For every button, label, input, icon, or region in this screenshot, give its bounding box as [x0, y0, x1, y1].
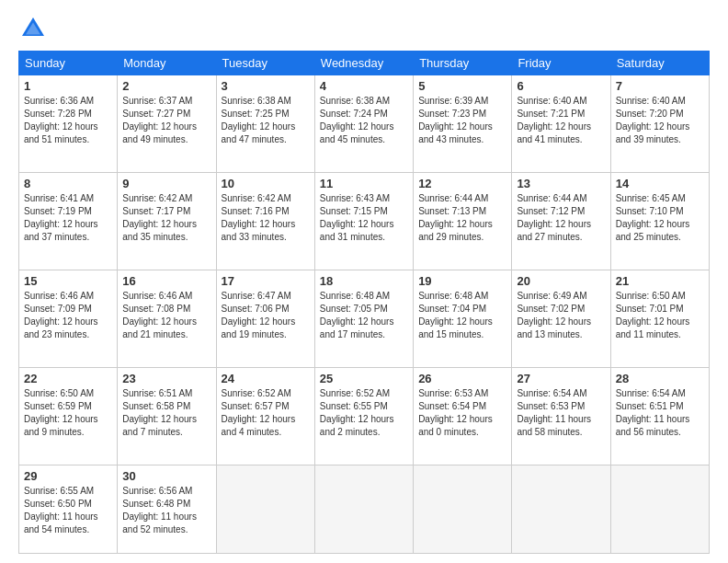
day-header-sunday: Sunday	[19, 52, 118, 75]
day-info: Sunrise: 6:39 AM Sunset: 7:23 PM Dayligh…	[418, 95, 506, 146]
day-cell-9: 9Sunrise: 6:42 AM Sunset: 7:17 PM Daylig…	[118, 172, 216, 270]
day-cell-10: 10Sunrise: 6:42 AM Sunset: 7:16 PM Dayli…	[216, 172, 314, 270]
day-number: 8	[24, 177, 112, 190]
day-number: 1	[24, 79, 112, 93]
day-cell-27: 27Sunrise: 6:54 AM Sunset: 6:53 PM Dayli…	[512, 367, 610, 465]
day-cell-28: 28Sunrise: 6:54 AM Sunset: 6:51 PM Dayli…	[610, 367, 709, 465]
day-info: Sunrise: 6:46 AM Sunset: 7:09 PM Dayligh…	[24, 290, 112, 341]
day-cell-30: 30Sunrise: 6:56 AM Sunset: 6:48 PM Dayli…	[118, 465, 216, 554]
day-cell-26: 26Sunrise: 6:53 AM Sunset: 6:54 PM Dayli…	[414, 367, 512, 465]
day-number: 30	[122, 469, 210, 483]
day-cell-20: 20Sunrise: 6:49 AM Sunset: 7:02 PM Dayli…	[512, 270, 610, 367]
day-number: 24	[222, 372, 310, 385]
day-cell-22: 22Sunrise: 6:50 AM Sunset: 6:59 PM Dayli…	[19, 367, 118, 465]
day-info: Sunrise: 6:38 AM Sunset: 7:25 PM Dayligh…	[222, 95, 310, 146]
day-header-friday: Friday	[512, 52, 610, 75]
day-info: Sunrise: 6:44 AM Sunset: 7:13 PM Dayligh…	[418, 192, 506, 244]
day-info: Sunrise: 6:55 AM Sunset: 6:50 PM Dayligh…	[24, 485, 112, 536]
day-info: Sunrise: 6:51 AM Sunset: 6:58 PM Dayligh…	[122, 387, 210, 439]
week-row-1: 1Sunrise: 6:36 AM Sunset: 7:28 PM Daylig…	[19, 75, 710, 173]
day-cell-18: 18Sunrise: 6:48 AM Sunset: 7:05 PM Dayli…	[314, 270, 413, 367]
calendar: SundayMondayTuesdayWednesdayThursdayFrid…	[18, 51, 710, 554]
day-cell-29: 29Sunrise: 6:55 AM Sunset: 6:50 PM Dayli…	[19, 465, 118, 554]
day-info: Sunrise: 6:52 AM Sunset: 6:55 PM Dayligh…	[320, 387, 408, 439]
day-number: 11	[320, 177, 408, 190]
day-cell-25: 25Sunrise: 6:52 AM Sunset: 6:55 PM Dayli…	[314, 367, 413, 465]
logo	[18, 14, 51, 43]
day-info: Sunrise: 6:49 AM Sunset: 7:02 PM Dayligh…	[517, 290, 605, 341]
day-number: 5	[418, 79, 506, 93]
week-row-3: 15Sunrise: 6:46 AM Sunset: 7:09 PM Dayli…	[19, 270, 710, 367]
day-header-thursday: Thursday	[414, 52, 512, 75]
day-info: Sunrise: 6:54 AM Sunset: 6:53 PM Dayligh…	[517, 387, 605, 439]
day-cell-12: 12Sunrise: 6:44 AM Sunset: 7:13 PM Dayli…	[414, 172, 512, 270]
empty-cell	[610, 465, 709, 554]
day-header-wednesday: Wednesday	[314, 52, 413, 75]
day-info: Sunrise: 6:44 AM Sunset: 7:12 PM Dayligh…	[517, 192, 605, 244]
day-info: Sunrise: 6:40 AM Sunset: 7:20 PM Dayligh…	[616, 95, 704, 146]
day-cell-21: 21Sunrise: 6:50 AM Sunset: 7:01 PM Dayli…	[610, 270, 709, 367]
day-cell-14: 14Sunrise: 6:45 AM Sunset: 7:10 PM Dayli…	[610, 172, 709, 270]
day-info: Sunrise: 6:46 AM Sunset: 7:08 PM Dayligh…	[122, 290, 210, 341]
day-info: Sunrise: 6:48 AM Sunset: 7:04 PM Dayligh…	[418, 290, 506, 341]
day-info: Sunrise: 6:38 AM Sunset: 7:24 PM Dayligh…	[320, 95, 408, 146]
day-number: 3	[222, 79, 310, 93]
day-number: 7	[616, 79, 704, 93]
day-info: Sunrise: 6:50 AM Sunset: 6:59 PM Dayligh…	[24, 387, 112, 439]
day-info: Sunrise: 6:40 AM Sunset: 7:21 PM Dayligh…	[517, 95, 605, 146]
day-info: Sunrise: 6:53 AM Sunset: 6:54 PM Dayligh…	[418, 387, 506, 439]
day-info: Sunrise: 6:37 AM Sunset: 7:27 PM Dayligh…	[122, 95, 210, 146]
empty-cell	[414, 465, 512, 554]
empty-cell	[512, 465, 610, 554]
day-cell-11: 11Sunrise: 6:43 AM Sunset: 7:15 PM Dayli…	[314, 172, 413, 270]
day-cell-7: 7Sunrise: 6:40 AM Sunset: 7:20 PM Daylig…	[610, 75, 709, 173]
day-number: 25	[320, 372, 408, 385]
day-number: 9	[122, 177, 210, 190]
day-cell-23: 23Sunrise: 6:51 AM Sunset: 6:58 PM Dayli…	[118, 367, 216, 465]
day-number: 19	[418, 274, 506, 288]
day-cell-4: 4Sunrise: 6:38 AM Sunset: 7:24 PM Daylig…	[314, 75, 413, 173]
day-number: 4	[320, 79, 408, 93]
day-number: 17	[222, 274, 310, 288]
page: SundayMondayTuesdayWednesdayThursdayFrid…	[0, 0, 728, 563]
day-number: 2	[122, 79, 210, 93]
days-header-row: SundayMondayTuesdayWednesdayThursdayFrid…	[19, 52, 710, 75]
day-number: 6	[517, 79, 605, 93]
day-info: Sunrise: 6:42 AM Sunset: 7:16 PM Dayligh…	[222, 192, 310, 244]
day-number: 28	[616, 372, 704, 385]
day-info: Sunrise: 6:52 AM Sunset: 6:57 PM Dayligh…	[222, 387, 310, 439]
day-number: 10	[222, 177, 310, 190]
day-info: Sunrise: 6:43 AM Sunset: 7:15 PM Dayligh…	[320, 192, 408, 244]
day-info: Sunrise: 6:42 AM Sunset: 7:17 PM Dayligh…	[122, 192, 210, 244]
day-cell-3: 3Sunrise: 6:38 AM Sunset: 7:25 PM Daylig…	[216, 75, 314, 173]
week-row-5: 29Sunrise: 6:55 AM Sunset: 6:50 PM Dayli…	[19, 465, 710, 554]
day-info: Sunrise: 6:45 AM Sunset: 7:10 PM Dayligh…	[616, 192, 704, 244]
day-number: 14	[616, 177, 704, 190]
day-header-saturday: Saturday	[610, 52, 709, 75]
day-header-tuesday: Tuesday	[216, 52, 314, 75]
day-number: 20	[517, 274, 605, 288]
day-info: Sunrise: 6:41 AM Sunset: 7:19 PM Dayligh…	[24, 192, 112, 244]
day-cell-17: 17Sunrise: 6:47 AM Sunset: 7:06 PM Dayli…	[216, 270, 314, 367]
day-cell-8: 8Sunrise: 6:41 AM Sunset: 7:19 PM Daylig…	[19, 172, 118, 270]
day-info: Sunrise: 6:48 AM Sunset: 7:05 PM Dayligh…	[320, 290, 408, 341]
day-cell-13: 13Sunrise: 6:44 AM Sunset: 7:12 PM Dayli…	[512, 172, 610, 270]
day-number: 22	[24, 372, 112, 385]
day-info: Sunrise: 6:47 AM Sunset: 7:06 PM Dayligh…	[222, 290, 310, 341]
day-info: Sunrise: 6:56 AM Sunset: 6:48 PM Dayligh…	[122, 485, 210, 536]
day-cell-15: 15Sunrise: 6:46 AM Sunset: 7:09 PM Dayli…	[19, 270, 118, 367]
day-number: 29	[24, 469, 112, 483]
day-number: 27	[517, 372, 605, 385]
logo-icon	[18, 14, 48, 43]
day-cell-2: 2Sunrise: 6:37 AM Sunset: 7:27 PM Daylig…	[118, 75, 216, 173]
day-cell-16: 16Sunrise: 6:46 AM Sunset: 7:08 PM Dayli…	[118, 270, 216, 367]
day-info: Sunrise: 6:54 AM Sunset: 6:51 PM Dayligh…	[616, 387, 704, 439]
day-number: 23	[122, 372, 210, 385]
empty-cell	[314, 465, 413, 554]
week-row-4: 22Sunrise: 6:50 AM Sunset: 6:59 PM Dayli…	[19, 367, 710, 465]
empty-cell	[216, 465, 314, 554]
day-number: 13	[517, 177, 605, 190]
day-info: Sunrise: 6:36 AM Sunset: 7:28 PM Dayligh…	[24, 95, 112, 146]
day-number: 16	[122, 274, 210, 288]
day-cell-19: 19Sunrise: 6:48 AM Sunset: 7:04 PM Dayli…	[414, 270, 512, 367]
